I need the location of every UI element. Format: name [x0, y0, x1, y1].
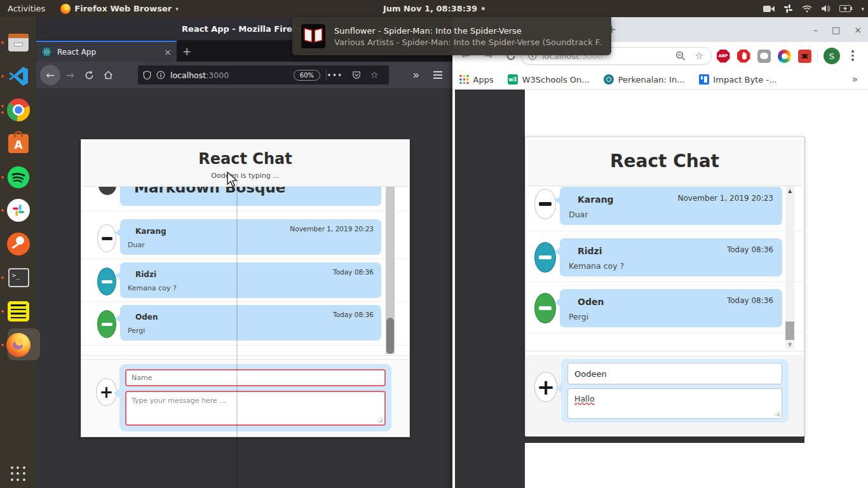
- chrome-menu-icon[interactable]: [851, 50, 854, 61]
- home-button[interactable]: [98, 65, 118, 85]
- clock-menu[interactable]: Jum Nov 1, 08:38:39: [383, 4, 485, 13]
- firefox-window: React App - Mozilla Firefox React App × …: [36, 17, 452, 488]
- zoom-out-icon[interactable]: [675, 51, 686, 61]
- app-menu[interactable]: Firefox Web Browser ▾: [53, 0, 186, 17]
- scrollbar-thumb[interactable]: [386, 318, 394, 354]
- react-favicon-icon: [41, 46, 52, 57]
- close-button[interactable]: ×: [854, 25, 862, 35]
- bookmark-star-icon[interactable]: ☆: [370, 69, 379, 81]
- scroll-down-icon: ▼: [788, 342, 792, 348]
- profile-avatar[interactable]: S: [824, 48, 840, 64]
- notification-title: Sunflower - Spider-Man: Into the Spider-…: [334, 26, 602, 36]
- dock-item-firefox[interactable]: [6, 332, 31, 358]
- colorzilla-extension-icon[interactable]: [777, 49, 791, 63]
- reload-button[interactable]: [79, 65, 98, 85]
- resize-handle[interactable]: [377, 417, 383, 423]
- scroll-down-button[interactable]: ▼: [785, 340, 794, 349]
- mouse-cursor: [226, 172, 238, 188]
- new-tab-button[interactable]: +: [177, 41, 197, 62]
- scroll-up-icon: ▲: [788, 188, 792, 194]
- firefox-page: React Chat Oodeen is typing ... Markdown…: [36, 88, 452, 488]
- app-menu-label: Firefox Web Browser: [74, 4, 172, 13]
- page-actions-icon[interactable]: •••: [327, 72, 343, 79]
- message-textarea[interactable]: Type your message here ...: [125, 391, 386, 426]
- left-message-list[interactable]: Markdown Bosque Karang November 1, 2019 …: [81, 187, 409, 354]
- running-indicator: [1, 276, 4, 279]
- bookmark-impact-byte[interactable]: Impact Byte -...: [692, 74, 784, 85]
- site-info-icon[interactable]: [156, 71, 165, 79]
- url-bar[interactable]: localhost:3000 60% ••• ☆: [138, 65, 389, 85]
- clock-label: Jum Nov 1, 08:38:39: [383, 4, 477, 13]
- battery-icon: [839, 5, 852, 12]
- line-extension-icon[interactable]: [757, 49, 771, 63]
- tab-close-icon[interactable]: ×: [164, 47, 172, 57]
- activities-button[interactable]: Activities: [0, 0, 53, 17]
- message-text: Pergi: [569, 312, 773, 322]
- row-divider: [81, 259, 409, 259]
- message-text: Duar: [128, 241, 374, 249]
- message-text: Pergi: [128, 327, 374, 335]
- message-textarea[interactable]: Hallo: [567, 388, 782, 419]
- message-time: November 1, 2019 20:23: [678, 194, 773, 203]
- activities-label: Activities: [8, 4, 45, 13]
- ubuntu-software-icon: A: [8, 134, 29, 153]
- back-button[interactable]: ←: [40, 65, 60, 85]
- avatar: [534, 242, 556, 273]
- forward-button[interactable]: →: [60, 65, 79, 85]
- bookmark-apps[interactable]: Apps: [452, 75, 501, 85]
- form-bubble: Hallo: [561, 359, 789, 423]
- volume-icon: [821, 4, 831, 13]
- message-sender: Ridzi: [135, 270, 156, 279]
- dock-item-notes[interactable]: [6, 299, 31, 324]
- message-text: Kemana coy ?: [569, 261, 773, 271]
- zoom-level-badge[interactable]: 60%: [294, 70, 320, 81]
- chrome-page: React Chat Karang November 1, 2019 20:23…: [452, 90, 868, 488]
- right-message-list[interactable]: Karang November 1, 2019 20:23 Duar Ridzi…: [526, 186, 804, 349]
- chrome-window: + – □ × ← → localhost:3000: [452, 17, 868, 488]
- list-footer-separator: [81, 354, 409, 360]
- bookmark-perkenalan[interactable]: Perkenalan: In...: [597, 74, 692, 85]
- row-divider: [526, 281, 804, 282]
- maximize-button[interactable]: □: [832, 25, 840, 35]
- dock-item-postman[interactable]: [6, 231, 31, 257]
- row-divider: [81, 345, 409, 346]
- url-port: :3000: [206, 71, 229, 80]
- scroll-up-button[interactable]: ▲: [785, 186, 794, 195]
- adblock-plus-extension-icon[interactable]: ABP: [716, 49, 730, 63]
- camera-icon: [763, 5, 775, 13]
- bookmarks-overflow-icon[interactable]: »: [852, 74, 858, 85]
- right-chat-card: React Chat Karang November 1, 2019 20:23…: [525, 137, 804, 436]
- menu-hamburger-icon[interactable]: [433, 71, 442, 79]
- dock-item-ubuntu-software[interactable]: A: [6, 131, 31, 156]
- message-placeholder: Type your message here ...: [132, 396, 226, 405]
- dock-item-spotify[interactable]: [6, 165, 31, 190]
- media-notification[interactable]: Sunflower - Spider-Man: Into the Spider-…: [292, 17, 611, 55]
- dock-item-vscode[interactable]: [6, 64, 31, 89]
- toolbar-overflow-icon[interactable]: »: [413, 69, 419, 81]
- row-divider: [526, 231, 804, 231]
- tab-react-app[interactable]: React App ×: [36, 41, 177, 62]
- message-bubble: Karang November 1, 2019 20:23 Duar: [120, 219, 381, 255]
- dock-item-slack[interactable]: [6, 198, 31, 223]
- red-bug-extension-icon[interactable]: [797, 49, 811, 63]
- dock-item-chrome[interactable]: [6, 97, 31, 123]
- bookmark-star-icon[interactable]: ☆: [695, 50, 703, 62]
- bookmark-w3schools[interactable]: w3 W3Schools On...: [501, 74, 597, 85]
- name-input[interactable]: [125, 369, 386, 386]
- right-chat-header: React Chat: [527, 139, 802, 186]
- stop-hand-extension-icon[interactable]: [736, 49, 750, 63]
- dock-item-files[interactable]: [6, 30, 31, 55]
- avatar: [534, 293, 556, 323]
- name-input[interactable]: [567, 363, 782, 384]
- dock-item-terminal[interactable]: >_: [6, 265, 31, 290]
- message-bubble: Karang November 1, 2019 20:23 Duar: [560, 187, 782, 225]
- message-text: Duar: [569, 210, 773, 219]
- pocket-icon[interactable]: [352, 71, 361, 79]
- perkenalan-icon: [604, 74, 614, 85]
- chat-title: React Chat: [83, 150, 407, 168]
- minimize-button[interactable]: –: [813, 25, 818, 35]
- show-applications-button[interactable]: [11, 466, 26, 482]
- resize-handle[interactable]: [774, 410, 780, 416]
- message-sender: Oden: [135, 313, 158, 322]
- system-tray[interactable]: ▾: [763, 0, 864, 17]
